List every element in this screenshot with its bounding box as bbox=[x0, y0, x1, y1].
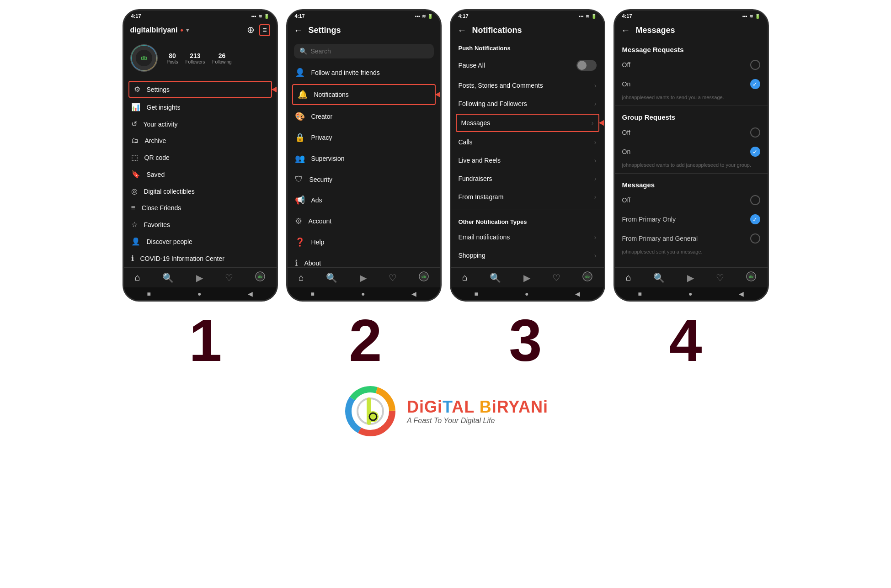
nav-reels-3[interactable]: ▶ bbox=[523, 272, 530, 283]
android-square-3[interactable]: ■ bbox=[475, 290, 478, 297]
notif-posts[interactable]: Posts, Stories and Comments › bbox=[451, 76, 604, 95]
msg-off[interactable]: Off bbox=[615, 191, 768, 210]
menu-item-archive[interactable]: 🗂 Archive bbox=[124, 132, 277, 149]
group-req-on[interactable]: On ✓ bbox=[615, 142, 768, 161]
msg-primary-general[interactable]: From Primary and General bbox=[615, 229, 768, 248]
android-back-1[interactable]: ◀ bbox=[248, 290, 253, 297]
nav-heart-1[interactable]: ♡ bbox=[225, 272, 233, 283]
group-req-on-radio[interactable]: ✓ bbox=[750, 147, 760, 157]
msg-primary-only[interactable]: From Primary Only ✓ bbox=[615, 210, 768, 229]
android-circle-1[interactable]: ● bbox=[197, 290, 201, 297]
screen2-header: ← Settings bbox=[288, 21, 440, 40]
settings-creator[interactable]: 🎨 Creator bbox=[288, 106, 440, 127]
settings-icon: ⚙ bbox=[134, 85, 140, 94]
menu-item-saved[interactable]: 🔖 Saved bbox=[124, 166, 277, 183]
nav-reels-2[interactable]: ▶ bbox=[360, 272, 367, 283]
msg-req-on[interactable]: On ✓ bbox=[615, 74, 768, 94]
nav-reels-1[interactable]: ▶ bbox=[196, 272, 203, 283]
following-label-notif: Following and Followers bbox=[459, 100, 527, 107]
hamburger-button[interactable]: ≡ bbox=[259, 24, 270, 36]
menu-item-qr[interactable]: ⬚ QR code bbox=[124, 149, 277, 166]
notif-messages[interactable]: Messages › bbox=[456, 114, 599, 132]
nav-home-4[interactable]: ⌂ bbox=[626, 272, 631, 283]
activity-icon: ↺ bbox=[131, 120, 137, 128]
back-button-2[interactable]: ← bbox=[294, 25, 303, 36]
nav-profile-2[interactable]: db bbox=[419, 271, 429, 284]
nav-home-3[interactable]: ⌂ bbox=[462, 272, 468, 283]
nav-search-3[interactable]: 🔍 bbox=[490, 272, 501, 283]
menu-item-messaging[interactable]: ↺ Update messaging bbox=[124, 267, 277, 267]
msg-off-radio[interactable] bbox=[750, 195, 760, 205]
add-icon[interactable]: ⊕ bbox=[247, 24, 255, 36]
android-square-1[interactable]: ■ bbox=[147, 290, 151, 297]
msg-primary-general-radio[interactable] bbox=[750, 233, 760, 244]
back-button-4[interactable]: ← bbox=[621, 25, 630, 36]
nav-search-4[interactable]: 🔍 bbox=[653, 272, 665, 283]
menu-item-closefriends[interactable]: ≡ Close Friends bbox=[124, 200, 277, 216]
archive-icon: 🗂 bbox=[131, 137, 139, 145]
nav-profile-1[interactable]: db bbox=[255, 271, 265, 284]
msg-req-on-radio[interactable]: ✓ bbox=[750, 79, 760, 89]
search-bar[interactable]: 🔍 Search bbox=[294, 44, 434, 58]
group-req-off-radio[interactable] bbox=[750, 127, 760, 138]
notif-email[interactable]: Email notifications › bbox=[451, 228, 604, 246]
menu-item-insights[interactable]: 📊 Get insights bbox=[124, 99, 277, 116]
step-4: 4 bbox=[669, 311, 702, 370]
nav-profile-3[interactable]: db bbox=[582, 271, 592, 284]
nav-heart-2[interactable]: ♡ bbox=[389, 272, 397, 283]
msg-req-off[interactable]: Off bbox=[615, 55, 768, 74]
android-circle-2[interactable]: ● bbox=[361, 290, 365, 297]
android-back-3[interactable]: ◀ bbox=[575, 290, 580, 297]
settings-security[interactable]: 🛡 Security bbox=[288, 169, 440, 190]
creator-label: Creator bbox=[311, 113, 333, 120]
nav-bar-2: ⌂ 🔍 ▶ ♡ db bbox=[288, 267, 440, 287]
nav-heart-3[interactable]: ♡ bbox=[552, 272, 560, 283]
settings-help[interactable]: ❓ Help bbox=[288, 232, 440, 253]
settings-about[interactable]: ℹ About bbox=[288, 253, 440, 267]
settings-supervision[interactable]: 👥 Supervision bbox=[288, 148, 440, 169]
android-back-4[interactable]: ◀ bbox=[739, 290, 744, 297]
notif-calls[interactable]: Calls › bbox=[451, 133, 604, 151]
android-circle-3[interactable]: ● bbox=[525, 290, 528, 297]
settings-ads[interactable]: 📢 Ads bbox=[288, 190, 440, 211]
menu-item-covid[interactable]: ℹ COVID-19 Information Center bbox=[124, 250, 277, 267]
android-square-4[interactable]: ■ bbox=[638, 290, 642, 297]
settings-notifications[interactable]: 🔔 Notifications bbox=[292, 84, 436, 105]
screen4-title: Messages bbox=[636, 26, 675, 35]
nav-profile-4[interactable]: db bbox=[746, 271, 756, 284]
menu-item-settings[interactable]: ⚙ Settings bbox=[128, 81, 272, 98]
supervision-icon: 👥 bbox=[295, 154, 305, 164]
nav-search-2[interactable]: 🔍 bbox=[326, 272, 337, 283]
msg-req-off-radio[interactable] bbox=[750, 60, 760, 70]
dropdown-arrow[interactable]: ▾ bbox=[186, 27, 189, 33]
menu-item-collectibles[interactable]: ◎ Digital collectibles bbox=[124, 183, 277, 200]
nav-search-1[interactable]: 🔍 bbox=[162, 272, 174, 283]
notif-shopping[interactable]: Shopping › bbox=[451, 246, 604, 265]
settings-account[interactable]: ⚙ Account bbox=[288, 211, 440, 232]
nav-reels-4[interactable]: ▶ bbox=[687, 272, 694, 283]
notif-pause-all[interactable]: Pause All bbox=[451, 54, 604, 76]
pause-all-toggle[interactable] bbox=[576, 60, 597, 71]
notif-from-instagram[interactable]: From Instagram › bbox=[451, 188, 604, 206]
menu-item-favorites[interactable]: ☆ Favorites bbox=[124, 216, 277, 233]
android-circle-4[interactable]: ● bbox=[688, 290, 692, 297]
notif-following[interactable]: Following and Followers › bbox=[451, 95, 604, 113]
push-section-title: Push Notifications bbox=[451, 40, 604, 54]
settings-privacy[interactable]: 🔒 Privacy bbox=[288, 127, 440, 148]
nav-home-1[interactable]: ⌂ bbox=[135, 272, 140, 283]
screen-1-content: digitalbiriyani • ▾ ⊕ ≡ db bbox=[124, 21, 277, 267]
menu-item-discover[interactable]: 👤 Discover people bbox=[124, 233, 277, 250]
nav-heart-4[interactable]: ♡ bbox=[716, 272, 724, 283]
notif-fundraisers[interactable]: Fundraisers › bbox=[451, 170, 604, 188]
notif-live[interactable]: Live and Reels › bbox=[451, 151, 604, 170]
back-button-3[interactable]: ← bbox=[458, 25, 467, 36]
android-back-2[interactable]: ◀ bbox=[411, 290, 416, 297]
settings-follow[interactable]: 👤 Follow and invite friends bbox=[288, 62, 440, 83]
group-req-off[interactable]: Off bbox=[615, 123, 768, 142]
nav-bar-3: ⌂ 🔍 ▶ ♡ db bbox=[451, 267, 604, 287]
group-req-off-label: Off bbox=[622, 129, 630, 136]
nav-home-2[interactable]: ⌂ bbox=[299, 272, 304, 283]
android-square-2[interactable]: ■ bbox=[311, 290, 315, 297]
menu-item-activity[interactable]: ↺ Your activity bbox=[124, 116, 277, 132]
msg-primary-only-radio[interactable]: ✓ bbox=[750, 214, 760, 224]
